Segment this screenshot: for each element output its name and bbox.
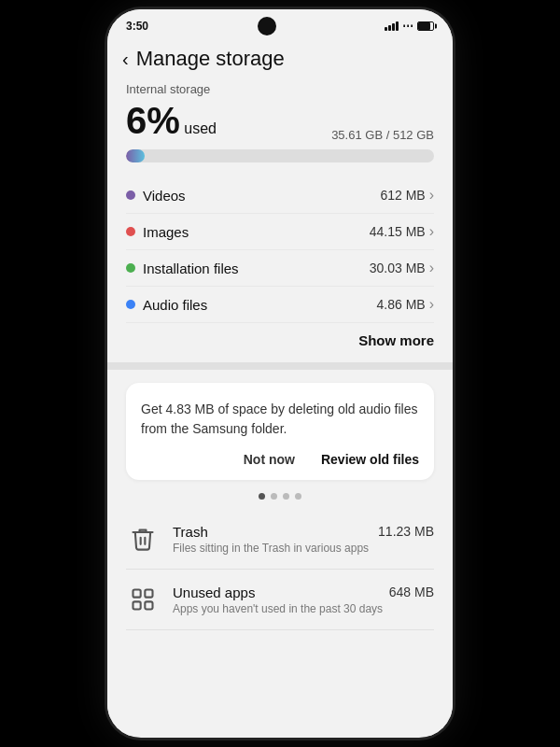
category-size: 30.03 MB <box>370 261 426 275</box>
category-name: Installation files <box>143 261 239 276</box>
chevron-right-icon: › <box>429 296 434 313</box>
storage-item-left: Videos <box>126 188 186 204</box>
status-right: ⋅⋅⋅ <box>385 20 434 33</box>
list-item[interactable]: Trash 11.23 MB Files sitting in the Tras… <box>126 509 434 570</box>
trash-icon <box>126 522 160 556</box>
svg-rect-2 <box>133 601 141 609</box>
wifi-icon: ⋅⋅⋅ <box>402 20 413 33</box>
item-size-row: 612 MB › <box>380 187 434 204</box>
phone-frame: 3:50 ⋅⋅⋅ ‹ Manage storage Internal stora… <box>107 9 453 738</box>
storage-item-left: Installation files <box>126 261 239 276</box>
signal-icon <box>385 21 399 31</box>
grid-icon <box>126 583 160 616</box>
section-divider <box>107 362 453 370</box>
category-size: 44.15 MB <box>370 224 426 239</box>
content-area: Internal storage 6% used 35.61 GB / 512 … <box>107 82 453 736</box>
usage-used-label: used <box>184 120 217 136</box>
not-now-button[interactable]: Not now <box>244 452 295 467</box>
storage-item-left: Audio files <box>126 297 207 313</box>
item-size-row: 44.15 MB › <box>370 223 434 240</box>
list-item-title: Unused apps <box>173 585 255 600</box>
storage-item[interactable]: Audio files 4.86 MB › <box>126 287 434 323</box>
section-label: Internal storage <box>126 82 434 96</box>
category-dot <box>126 190 135 200</box>
item-size-row: 4.86 MB › <box>377 296 434 313</box>
usage-total: 35.61 GB / 512 GB <box>331 128 434 142</box>
tip-text: Get 4.83 MB of space by deleting old aud… <box>141 400 419 439</box>
storage-item[interactable]: Installation files 30.03 MB › <box>126 250 434 287</box>
list-item-title: Trash <box>173 524 208 540</box>
chevron-right-icon: › <box>429 223 434 240</box>
list-item-size: 648 MB <box>389 585 434 599</box>
list-item-size: 11.23 MB <box>378 524 434 539</box>
svg-rect-3 <box>145 601 152 609</box>
list-item-content: Unused apps 648 MB Apps you haven't used… <box>173 585 434 615</box>
list-item-desc: Apps you haven't used in the past 30 day… <box>173 602 434 615</box>
category-name: Videos <box>143 188 186 204</box>
category-dot <box>126 227 135 236</box>
progress-bar-fill <box>126 149 145 162</box>
battery-icon <box>417 21 434 31</box>
category-name: Images <box>143 224 189 240</box>
category-name: Audio files <box>143 297 207 313</box>
progress-bar <box>126 149 434 162</box>
list-item-desc: Files sitting in the Trash in various ap… <box>173 542 434 555</box>
item-size-row: 30.03 MB › <box>370 260 434 276</box>
chevron-right-icon: › <box>429 260 434 276</box>
dot-4 <box>295 493 301 500</box>
tip-card: Get 4.83 MB of space by deleting old aud… <box>126 383 434 480</box>
category-size: 4.86 MB <box>377 297 426 312</box>
usage-header-row: 6% used 35.61 GB / 512 GB <box>126 100 434 142</box>
page-title: Manage storage <box>136 47 285 71</box>
usage-percent: 6% <box>126 100 180 141</box>
usage-percent-group: 6% used <box>126 100 217 142</box>
carousel-dots <box>126 493 434 500</box>
category-size: 612 MB <box>380 188 425 203</box>
status-time: 3:50 <box>126 20 148 33</box>
list-item-header: Trash 11.23 MB <box>173 524 434 540</box>
svg-rect-1 <box>145 590 152 598</box>
category-dot <box>126 300 135 309</box>
storage-items-list: Videos 612 MB › Images 44.15 MB › Instal… <box>126 177 434 323</box>
chevron-right-icon: › <box>429 187 434 204</box>
show-more-button[interactable]: Show more <box>358 332 434 348</box>
header: ‹ Manage storage <box>107 39 453 82</box>
storage-item[interactable]: Images 44.15 MB › <box>126 214 434 250</box>
storage-section: Internal storage 6% used 35.61 GB / 512 … <box>126 82 434 362</box>
category-dot <box>126 263 135 273</box>
tip-actions: Not now Review old files <box>141 452 419 467</box>
list-item-content: Trash 11.23 MB Files sitting in the Tras… <box>173 524 434 555</box>
list-section: Trash 11.23 MB Files sitting in the Tras… <box>126 509 434 630</box>
camera-notch <box>258 17 276 35</box>
show-more[interactable]: Show more <box>126 323 434 362</box>
review-old-files-button[interactable]: Review old files <box>321 452 419 467</box>
dot-2 <box>271 493 277 500</box>
list-item[interactable]: Unused apps 648 MB Apps you haven't used… <box>126 570 434 630</box>
dot-1 <box>259 493 265 500</box>
status-bar: 3:50 ⋅⋅⋅ <box>107 9 453 39</box>
list-item-header: Unused apps 648 MB <box>173 585 434 600</box>
dot-3 <box>283 493 289 500</box>
svg-rect-0 <box>133 590 141 598</box>
storage-item-left: Images <box>126 224 189 240</box>
back-button[interactable]: ‹ <box>122 49 129 70</box>
storage-item[interactable]: Videos 612 MB › <box>126 177 434 214</box>
